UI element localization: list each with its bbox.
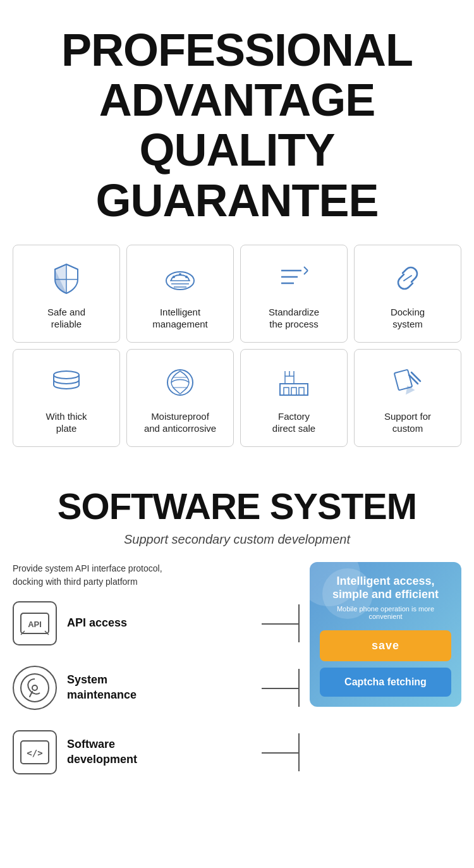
software-desc: Provide system API interface protocol, d… <box>13 562 300 589</box>
code-icon-box: </> <box>13 730 57 774</box>
svg-point-3 <box>185 276 188 278</box>
feature-softdev-label: Software development <box>67 737 137 767</box>
grid-section: Safe and reliable Intelligent management <box>0 245 474 466</box>
panel-card: Intelligent access, simple and efficient… <box>310 562 461 707</box>
svg-line-24 <box>411 372 420 381</box>
feature-api-line <box>262 623 300 625</box>
factory-icon <box>274 362 314 403</box>
cell-label-standardize: Standardize the process <box>269 306 319 331</box>
panel-main-text: Intelligent access, simple and efficient <box>320 575 451 601</box>
cell-support-custom: Support for custom <box>354 349 461 447</box>
cell-safe-reliable: Safe and reliable <box>13 245 120 343</box>
cell-label-moisture: Moistureproof and anticorrosive <box>144 410 216 435</box>
api-icon-box: API <box>13 601 57 645</box>
header-line1: PROFESSIONAL <box>61 25 413 75</box>
captcha-button[interactable]: Captcha fetching <box>320 668 451 697</box>
cell-label-factory: Factory direct sale <box>272 410 315 435</box>
cell-thick-plate: With thick plate <box>13 349 120 447</box>
cell-moistureproof: Moistureproof and anticorrosive <box>126 349 234 447</box>
svg-rect-20 <box>284 388 289 395</box>
edit-tools-icon <box>387 362 428 403</box>
svg-point-31 <box>32 685 37 690</box>
svg-rect-22 <box>299 388 304 395</box>
svg-point-2 <box>179 273 181 276</box>
svg-text:API: API <box>28 620 42 629</box>
feature-api-label: API access <box>67 616 127 630</box>
cell-docking: Docking system <box>354 245 461 343</box>
leaf-icon <box>160 362 200 403</box>
software-title: SOFTWARE SYSTEM <box>13 485 461 527</box>
software-right: Intelligent access, simple and efficient… <box>310 562 461 795</box>
feature-software-dev: </> Software development <box>13 730 300 774</box>
svg-text:</>: </> <box>27 748 42 758</box>
cell-label-safe: Safe and reliable <box>47 306 85 331</box>
cell-intelligent-mgmt: Intelligent management <box>126 245 234 343</box>
cell-label-intelligent: Intelligent management <box>152 306 208 331</box>
header-title: PROFESSIONAL ADVANTAGE QUALITY GUARANTEE <box>13 25 461 226</box>
svg-line-12 <box>404 276 411 281</box>
feature-maintenance-label: System maintenance <box>67 673 137 702</box>
header-line2: ADVANTAGE <box>99 75 375 125</box>
panel-sub-text: Mobile phone operation is more convenien… <box>320 605 451 620</box>
software-left: Provide system API interface protocol, d… <box>13 562 300 795</box>
feature-maintenance-line <box>262 688 300 689</box>
process-icon <box>274 258 314 298</box>
cell-factory: Factory direct sale <box>240 349 348 447</box>
grid-row-1: Safe and reliable Intelligent management <box>13 245 461 343</box>
header-line3: QUALITY GUARANTEE <box>95 125 378 225</box>
link-icon <box>387 258 428 298</box>
feature-softdev-line <box>262 752 300 754</box>
software-body: Provide system API interface protocol, d… <box>13 562 461 795</box>
cloud-settings-icon <box>160 258 200 298</box>
code-icon: </> <box>20 740 50 765</box>
cell-standardize: Standardize the process <box>240 245 348 343</box>
cell-label-docking: Docking system <box>391 306 425 331</box>
save-button[interactable]: save <box>320 630 451 661</box>
svg-point-30 <box>21 674 49 702</box>
svg-line-11 <box>304 271 308 274</box>
svg-point-13 <box>54 371 79 379</box>
shield-icon <box>46 258 87 298</box>
feature-api: API API access <box>13 601 300 645</box>
cell-label-thick: With thick plate <box>46 410 87 435</box>
svg-line-10 <box>304 267 308 271</box>
svg-point-1 <box>173 276 175 278</box>
cell-label-custom: Support for custom <box>384 410 431 435</box>
svg-rect-21 <box>291 388 296 395</box>
layers-icon <box>46 362 87 403</box>
svg-rect-16 <box>285 376 294 384</box>
feature-maintenance: System maintenance <box>13 666 300 710</box>
maintenance-icon-box <box>13 666 57 710</box>
header-section: PROFESSIONAL ADVANTAGE QUALITY GUARANTEE <box>0 0 474 245</box>
api-icon: API <box>20 611 50 636</box>
software-section: SOFTWARE SYSTEM Support secondary custom… <box>0 466 474 807</box>
software-subtitle: Support secondary custom development <box>13 532 461 547</box>
maintenance-icon <box>20 673 50 703</box>
grid-row-2: With thick plate Moistureproof and antic… <box>13 349 461 447</box>
